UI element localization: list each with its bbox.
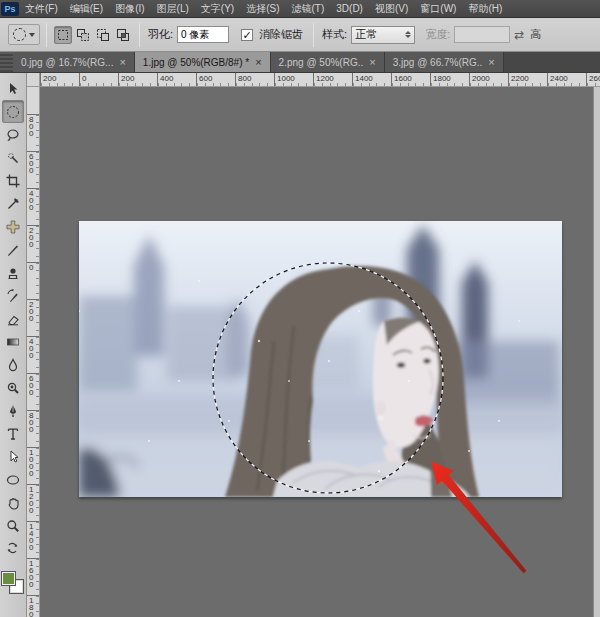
menu-type[interactable]: 文字(Y) bbox=[195, 0, 240, 17]
tab-doc-1[interactable]: 1.jpg @ 50%(RGB/8#) * × bbox=[135, 52, 271, 72]
subtract-from-selection-button[interactable] bbox=[94, 26, 112, 44]
ruler-tick-label: 200 bbox=[27, 225, 40, 262]
width-input[interactable] bbox=[454, 26, 510, 43]
eyedropper-tool[interactable] bbox=[2, 192, 24, 215]
document-canvas[interactable] bbox=[40, 87, 600, 617]
brush-tool[interactable] bbox=[2, 238, 24, 261]
ruler-tick-label: 600 bbox=[196, 73, 235, 87]
menu-filter[interactable]: 滤镜(T) bbox=[286, 0, 331, 17]
tab-label: 1.jpg @ 50%(RGB/8#) * bbox=[143, 57, 249, 68]
add-to-selection-button[interactable] bbox=[74, 26, 92, 44]
feather-label: 羽化: bbox=[148, 27, 173, 42]
menu-help[interactable]: 帮助(H) bbox=[462, 0, 508, 17]
ruler-corner[interactable] bbox=[27, 73, 40, 87]
path-selection-icon bbox=[5, 449, 21, 465]
ruler-tick-label: 800 bbox=[27, 410, 40, 447]
ruler-tick-label: 1800 bbox=[430, 73, 469, 87]
hand-tool[interactable] bbox=[2, 491, 24, 514]
ruler-tick-label: 200 bbox=[118, 73, 157, 87]
crop-tool[interactable] bbox=[2, 169, 24, 192]
history-brush-tool[interactable] bbox=[2, 284, 24, 307]
ruler-tick-label: 200 bbox=[40, 73, 79, 87]
ruler-tick-label: 1400 bbox=[352, 73, 391, 87]
tab-doc-2[interactable]: 2.png @ 50%(RG.. × bbox=[271, 52, 385, 72]
intersect-selection-button[interactable] bbox=[114, 26, 132, 44]
swap-dimensions-icon[interactable]: ⇄ bbox=[514, 28, 524, 42]
tool-preset-picker[interactable] bbox=[8, 24, 40, 45]
ruler-tick-label: 600 bbox=[27, 373, 40, 410]
eraser-tool[interactable] bbox=[2, 307, 24, 330]
menu-bar: Ps 文件(F) 编辑(E) 图像(I) 图层(L) 文字(Y) 选择(S) 滤… bbox=[0, 0, 600, 18]
lasso-icon bbox=[5, 127, 21, 143]
menu-view[interactable]: 视图(V) bbox=[369, 0, 414, 17]
feather-input[interactable] bbox=[177, 26, 229, 43]
antialias-checkbox[interactable]: ✓ bbox=[241, 29, 253, 41]
vertical-ruler[interactable]: 8006004002000200400600800100012001400160… bbox=[27, 87, 40, 617]
menu-layer[interactable]: 图层(L) bbox=[151, 0, 195, 17]
color-swatches bbox=[1, 564, 25, 594]
menu-select[interactable]: 选择(S) bbox=[240, 0, 285, 17]
hand-icon bbox=[5, 495, 21, 511]
clone-stamp-icon bbox=[5, 265, 21, 281]
menu-3d[interactable]: 3D(D) bbox=[330, 0, 369, 17]
ruler-tick-label: 200 bbox=[27, 299, 40, 336]
close-icon[interactable]: × bbox=[255, 56, 261, 68]
style-select[interactable]: 正常 bbox=[351, 26, 415, 44]
menu-edit[interactable]: 编辑(E) bbox=[64, 0, 109, 17]
ruler-tick-label: 2400 bbox=[547, 73, 586, 87]
new-selection-button[interactable] bbox=[54, 26, 72, 44]
dodge-tool[interactable] bbox=[2, 376, 24, 399]
type-tool[interactable] bbox=[2, 422, 24, 445]
zoom-tool[interactable] bbox=[2, 514, 24, 537]
path-selection-tool[interactable] bbox=[2, 445, 24, 468]
move-tool[interactable] bbox=[2, 77, 24, 100]
lasso-tool[interactable] bbox=[2, 123, 24, 146]
close-icon[interactable]: × bbox=[369, 56, 375, 68]
tab-label: 3.jpg @ 66.7%(RG.. bbox=[393, 57, 483, 68]
history-brush-icon bbox=[5, 288, 21, 304]
spot-healing-brush-tool[interactable] bbox=[2, 215, 24, 238]
tab-doc-3[interactable]: 3.jpg @ 66.7%(RG.. × bbox=[385, 52, 504, 72]
tab-doc-0[interactable]: 0.jpg @ 16.7%(RG... × bbox=[13, 52, 135, 72]
magnifier-icon bbox=[5, 518, 21, 534]
style-label: 样式: bbox=[322, 27, 347, 42]
ruler-tick-label: 800 bbox=[235, 73, 274, 87]
ruler-tick-label: 800 bbox=[27, 114, 40, 151]
tab-label: 0.jpg @ 16.7%(RG... bbox=[21, 57, 113, 68]
divider bbox=[139, 23, 140, 47]
menu-window[interactable]: 窗口(W) bbox=[414, 0, 462, 17]
quick-selection-tool[interactable] bbox=[2, 146, 24, 169]
elliptical-marquee-tool[interactable] bbox=[2, 100, 24, 123]
pen-tool[interactable] bbox=[2, 399, 24, 422]
ruler-tick-label: 1600 bbox=[391, 73, 430, 87]
pen-icon bbox=[5, 403, 21, 419]
menu-image[interactable]: 图像(I) bbox=[109, 0, 150, 17]
default-colors-button[interactable] bbox=[2, 537, 24, 560]
clone-stamp-tool[interactable] bbox=[2, 261, 24, 284]
ruler-tick-label: 1000 bbox=[27, 447, 40, 484]
divider bbox=[46, 23, 47, 47]
shape-tool[interactable] bbox=[2, 468, 24, 491]
ruler-tick-label: 0 bbox=[27, 262, 40, 299]
intersect-selection-icon bbox=[116, 28, 130, 42]
gradient-tool[interactable] bbox=[2, 330, 24, 353]
brush-icon bbox=[5, 242, 21, 258]
vertical-scrollbar[interactable] bbox=[593, 87, 600, 617]
ruler-tick-label: 400 bbox=[27, 188, 40, 225]
ruler-tick-label: 2000 bbox=[469, 73, 508, 87]
menu-file[interactable]: 文件(F) bbox=[19, 0, 64, 17]
swap-colors-icon bbox=[5, 542, 21, 556]
close-icon[interactable]: × bbox=[488, 56, 494, 68]
close-icon[interactable]: × bbox=[119, 56, 125, 68]
ruler-tick-label: 1800 bbox=[27, 595, 40, 617]
elliptical-marquee-icon bbox=[5, 104, 21, 120]
photo-image[interactable] bbox=[79, 221, 562, 497]
ruler-tick-label: 1000 bbox=[274, 73, 313, 87]
dodge-icon bbox=[5, 380, 21, 396]
tools-panel bbox=[0, 73, 27, 617]
blur-tool[interactable] bbox=[2, 353, 24, 376]
tool-options-bar: 羽化: ✓ 消除锯齿 样式: 正常 宽度: ⇄ 高 bbox=[0, 18, 600, 52]
foreground-color-swatch[interactable] bbox=[2, 572, 15, 585]
horizontal-ruler[interactable]: 2000200400600800100012001400160018002000… bbox=[40, 73, 600, 87]
crop-icon bbox=[5, 173, 21, 189]
